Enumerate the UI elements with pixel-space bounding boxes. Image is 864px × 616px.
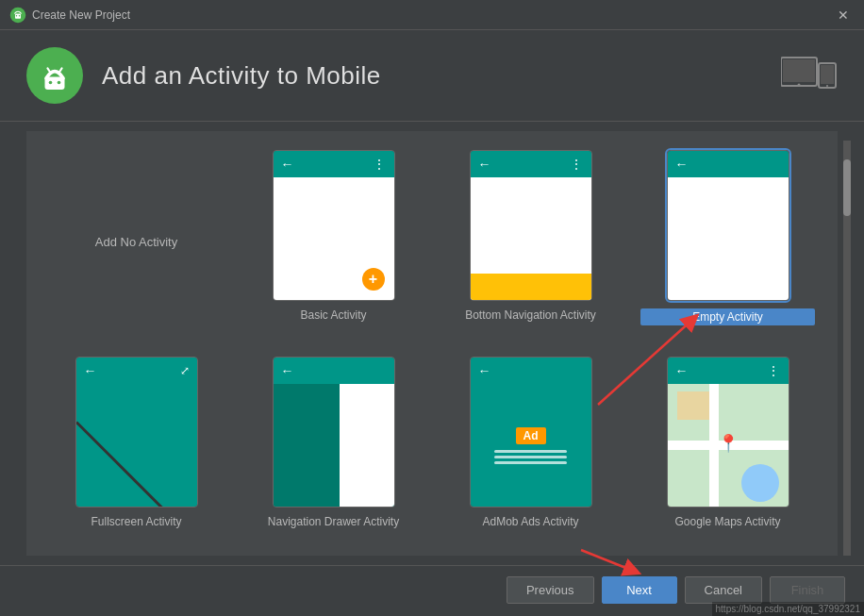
fullscreen-icon: ⤢ xyxy=(180,364,190,377)
activity-item-maps[interactable]: ← ⋮ 📍 Google Maps Activity xyxy=(637,353,819,541)
svg-point-2 xyxy=(16,15,18,17)
cancel-button[interactable]: Cancel xyxy=(685,576,762,604)
logo-circle xyxy=(26,47,83,104)
nav-drawer-mockup: ← xyxy=(273,357,395,508)
device-icons xyxy=(781,54,838,98)
activity-item-fullscreen[interactable]: ← ⤢ Fullscreen Activity xyxy=(45,353,227,541)
menu-dots: ⋮ xyxy=(373,157,387,172)
title-bar-text: Create New Project xyxy=(32,8,130,22)
fullscreen-mockup: ← ⤢ xyxy=(75,357,198,508)
page-title: Add an Activity to Mobile xyxy=(102,61,381,91)
svg-point-11 xyxy=(798,83,801,86)
activity-item-nav-drawer[interactable]: ← Navigation Drawer Activity xyxy=(242,353,424,541)
admob-mockup: ← Ad xyxy=(470,357,592,508)
close-button[interactable]: ✕ xyxy=(832,6,855,25)
back-arrow: ← xyxy=(281,157,294,172)
svg-line-18 xyxy=(581,550,633,571)
activity-item-basic[interactable]: ← ⋮ + Basic Activity xyxy=(242,146,424,338)
svg-line-8 xyxy=(59,69,62,74)
svg-point-3 xyxy=(19,15,21,17)
content-wrapper: Add No Activity ← ⋮ + Basic Activity ← ⋮ xyxy=(13,131,851,565)
svg-rect-4 xyxy=(45,77,65,91)
scrollbar-thumb[interactable] xyxy=(843,159,851,216)
menu-dots-7: ⋮ xyxy=(767,363,781,378)
bottom-nav-mockup: ← ⋮ xyxy=(470,150,592,301)
fab-button: + xyxy=(362,268,385,291)
activity-item-bottom-nav[interactable]: ← ⋮ Bottom Navigation Activity xyxy=(440,146,622,338)
back-arrow-6: ← xyxy=(478,363,491,378)
ad-badge: Ad xyxy=(516,427,546,444)
back-arrow-2: ← xyxy=(478,157,491,172)
menu-dots-2: ⋮ xyxy=(570,157,584,172)
title-bar: Create New Project ✕ xyxy=(0,0,864,30)
basic-mockup: ← ⋮ + xyxy=(273,150,395,301)
scrollbar[interactable] xyxy=(843,141,851,556)
svg-point-14 xyxy=(826,85,828,87)
svg-line-7 xyxy=(48,69,51,74)
back-arrow-3: ← xyxy=(675,157,689,172)
activity-grid: Add No Activity ← ⋮ + Basic Activity ← ⋮ xyxy=(26,131,838,556)
back-arrow-5: ← xyxy=(281,363,294,378)
activity-item-admob[interactable]: ← Ad AdMob Ads Activity xyxy=(440,353,622,541)
previous-button[interactable]: Previous xyxy=(507,576,594,604)
finish-button[interactable]: Finish xyxy=(770,576,845,604)
svg-rect-13 xyxy=(821,65,834,84)
svg-rect-10 xyxy=(783,59,815,82)
activity-item-add-no-activity[interactable]: Add No Activity xyxy=(45,146,227,338)
svg-point-5 xyxy=(49,81,53,85)
title-bar-left: Create New Project xyxy=(9,7,130,24)
watermark: https://blog.csdn.net/qq_37992321 xyxy=(712,602,864,616)
activity-item-empty[interactable]: ← Empty Activity xyxy=(637,146,819,338)
svg-point-6 xyxy=(58,81,61,85)
dialog-header: Add an Activity to Mobile xyxy=(0,30,864,122)
red-arrow-2 xyxy=(572,541,647,578)
back-arrow-4: ← xyxy=(84,363,97,378)
next-button[interactable]: Next xyxy=(602,576,677,604)
android-logo xyxy=(38,58,72,92)
android-studio-icon xyxy=(9,7,26,24)
back-arrow-7: ← xyxy=(675,363,689,378)
maps-mockup: ← ⋮ 📍 xyxy=(667,357,789,508)
empty-mockup: ← xyxy=(667,150,789,301)
